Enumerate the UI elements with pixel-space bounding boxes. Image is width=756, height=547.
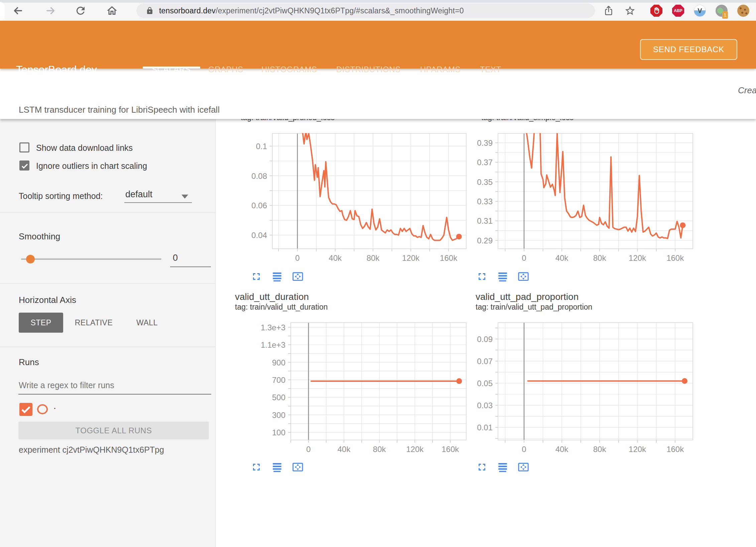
x-tick-label: 40k xyxy=(555,445,569,454)
x-tick-label: 0 xyxy=(306,445,310,454)
toggle-all-runs-button[interactable]: TOGGLE ALL RUNS xyxy=(18,422,209,439)
y-tick-label: 100 xyxy=(272,428,285,437)
extension-badge-count: 1 xyxy=(722,11,728,19)
tab-histograms[interactable]: HISTOGRAMS xyxy=(261,65,317,74)
scalar-chart-plot[interactable]: 0.290.310.330.350.370.39040k80k120k160k xyxy=(473,133,702,263)
horizontal-axis-label: Horizontal Axis xyxy=(19,295,76,305)
chart-tag: tag: train/valid_utt_pad_proportion xyxy=(476,303,592,312)
x-tick-label: 0 xyxy=(295,253,299,262)
axis-wall-button[interactable]: WALL xyxy=(135,313,159,333)
cookie-extension-icon[interactable] xyxy=(737,5,749,17)
y-tick-label: 1.1e+3 xyxy=(261,340,285,349)
experiment-id-label: experiment cj2vtPiwQHKN9Q1tx6PTpg xyxy=(19,445,164,455)
x-tick-label: 120k xyxy=(406,445,424,454)
y-tick-label: 0.35 xyxy=(477,178,493,187)
series-end-dot xyxy=(456,378,462,384)
browser-tab-strip xyxy=(0,0,756,3)
y-tick-label: 0.1 xyxy=(256,142,267,151)
reload-icon[interactable] xyxy=(75,5,87,17)
vimium-extension-icon[interactable]: V xyxy=(694,5,706,17)
chart-toolbar xyxy=(476,271,529,282)
x-tick-label: 80k xyxy=(593,445,607,454)
abp-extension-icon[interactable]: ABP xyxy=(672,5,684,17)
fit-domain-icon[interactable] xyxy=(518,461,529,473)
scalar-chart-plot[interactable]: 0.040.060.080.1040k80k120k160k xyxy=(247,133,476,263)
y-tick-label: 0.07 xyxy=(477,357,493,366)
y-tick-label: 0.31 xyxy=(477,216,493,225)
fullscreen-icon[interactable] xyxy=(251,461,262,473)
axis-relative-button[interactable]: RELATIVE xyxy=(73,313,114,333)
share-icon[interactable] xyxy=(603,5,614,16)
scalar-chart[interactable]: 1003005007009001.1e+31.3e+3040k80k120k16… xyxy=(259,322,476,455)
tab-text[interactable]: TEXT xyxy=(480,65,501,74)
fit-domain-icon[interactable] xyxy=(292,461,303,473)
privacy-extension-icon[interactable]: 1 xyxy=(716,5,728,17)
send-feedback-button[interactable]: SEND FEEDBACK xyxy=(640,39,737,60)
x-tick-label: 160k xyxy=(442,445,459,454)
scalar-chart[interactable]: 0.040.060.080.1040k80k120k160k xyxy=(247,133,476,263)
smoothing-slider-thumb[interactable] xyxy=(26,255,35,263)
smoothing-value[interactable]: 0 xyxy=(173,253,178,263)
subheader-strip: Crea LSTM transducer training for LibriS… xyxy=(0,69,756,119)
chevron-down-icon[interactable] xyxy=(181,195,188,199)
tab-graphs[interactable]: GRAPHS xyxy=(208,65,243,74)
ignore-outliers-checkbox[interactable] xyxy=(19,160,29,171)
forward-arrow-icon[interactable] xyxy=(44,5,56,17)
address-bar[interactable]: tensorboard.dev/experiment/cj2vtPiwQHKN9… xyxy=(136,3,595,18)
home-icon[interactable] xyxy=(106,5,118,17)
y-tick-label: 1.3e+3 xyxy=(261,323,285,332)
run-series-line xyxy=(526,133,683,238)
x-tick-label: 40k xyxy=(329,253,342,262)
fit-domain-icon[interactable] xyxy=(518,271,529,282)
adblock-extension-icon[interactable] xyxy=(650,5,662,17)
back-arrow-icon[interactable] xyxy=(12,5,24,17)
runs-selector-icon[interactable] xyxy=(497,461,508,473)
x-tick-label: 80k xyxy=(367,253,380,262)
axis-step-button[interactable]: STEP xyxy=(19,313,63,333)
active-tab-underline xyxy=(143,67,200,69)
scalar-chart[interactable]: 0.010.030.050.070.09040k80k120k160k xyxy=(473,322,702,455)
scalar-chart-plot[interactable]: 0.010.030.050.070.09040k80k120k160k xyxy=(473,322,702,455)
experiment-title: LSTM transducer training for LibriSpeech… xyxy=(19,105,220,115)
scalars-dashboard: 0.040.060.080.1040k80k120k160k 0.290.310… xyxy=(216,119,756,547)
y-tick-label: 0.33 xyxy=(477,197,493,206)
fullscreen-icon[interactable] xyxy=(251,271,262,282)
chart-tag: tag: train/valid_utt_duration xyxy=(235,303,328,312)
y-tick-label: 0.03 xyxy=(477,401,493,410)
tab-hparams[interactable]: HPARAMS xyxy=(420,65,461,74)
tab-distributions[interactable]: DISTRIBUTIONS xyxy=(336,65,401,74)
bookmark-star-icon[interactable] xyxy=(624,5,636,16)
x-tick-label: 0 xyxy=(522,445,526,454)
x-tick-label: 160k xyxy=(666,253,684,262)
run-checkbox[interactable] xyxy=(19,403,32,416)
runs-label: Runs xyxy=(19,357,39,367)
y-tick-label: 0.01 xyxy=(477,423,493,432)
chart-title: valid_utt_duration xyxy=(235,292,309,302)
tooltip-sorting-label: Tooltip sorting method: xyxy=(19,191,103,201)
smoothing-slider-track[interactable] xyxy=(21,258,161,260)
scalar-chart[interactable]: 0.290.310.330.350.370.39040k80k120k160k xyxy=(473,133,702,263)
x-tick-label: 160k xyxy=(440,253,458,262)
series-end-dot xyxy=(682,378,687,384)
smoothing-value-underline xyxy=(170,266,211,267)
fit-domain-icon[interactable] xyxy=(292,271,303,282)
scalar-chart-plot[interactable]: 1003005007009001.1e+31.3e+3040k80k120k16… xyxy=(259,322,476,455)
browser-toolbar: tensorboard.dev/experiment/cj2vtPiwQHKN9… xyxy=(0,0,756,21)
browser-tab-corner xyxy=(0,2,5,21)
y-tick-label: 700 xyxy=(272,375,285,385)
run-color-swatch[interactable] xyxy=(37,404,48,414)
run-name: . xyxy=(53,401,56,411)
y-tick-label: 0.37 xyxy=(477,158,493,167)
runs-selector-icon[interactable] xyxy=(271,271,283,282)
runs-selector-icon[interactable] xyxy=(497,271,508,282)
runs-selector-icon[interactable] xyxy=(271,461,283,473)
url-domain: tensorboard.dev xyxy=(159,6,216,15)
tooltip-sorting-dropdown[interactable]: default xyxy=(125,189,152,200)
fullscreen-icon[interactable] xyxy=(476,271,488,282)
show-download-links-checkbox[interactable] xyxy=(19,142,29,152)
runs-filter-input[interactable]: Write a regex to filter runs xyxy=(19,380,114,390)
y-tick-label: 0.04 xyxy=(251,231,267,240)
fullscreen-icon[interactable] xyxy=(476,461,488,473)
lock-icon xyxy=(146,7,154,15)
x-tick-label: 40k xyxy=(338,445,351,454)
